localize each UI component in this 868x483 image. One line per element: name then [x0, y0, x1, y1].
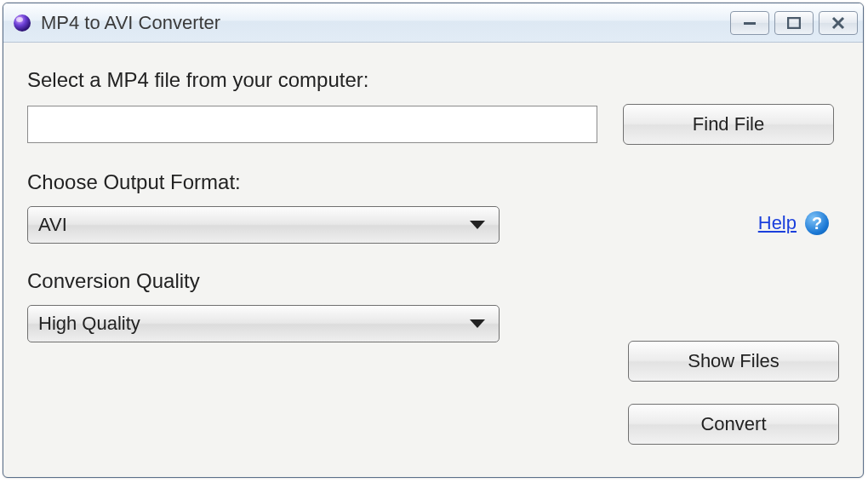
convert-button[interactable]: Convert — [628, 404, 839, 445]
help-link[interactable]: Help — [758, 212, 797, 234]
content-area: Select a MP4 file from your computer: Fi… — [3, 43, 863, 477]
show-files-button[interactable]: Show Files — [628, 341, 839, 382]
svg-point-0 — [14, 14, 31, 32]
file-select-section: Select a MP4 file from your computer: Fi… — [27, 68, 839, 145]
format-dropdown[interactable]: AVI — [27, 206, 500, 244]
quality-label: Conversion Quality — [27, 269, 839, 293]
svg-point-1 — [16, 17, 23, 22]
help-icon[interactable]: ? — [805, 211, 829, 235]
titlebar: MP4 to AVI Converter — [3, 3, 863, 43]
window-controls — [730, 11, 858, 35]
file-path-input[interactable] — [27, 106, 597, 143]
minimize-button[interactable] — [730, 11, 769, 35]
close-icon — [831, 16, 845, 30]
svg-rect-2 — [744, 22, 756, 25]
app-window: MP4 to AVI Converter Select a MP4 file f… — [3, 3, 864, 478]
maximize-button[interactable] — [774, 11, 814, 35]
action-buttons: Show Files Convert — [628, 341, 839, 445]
find-file-button[interactable]: Find File — [623, 104, 834, 145]
quality-dropdown[interactable]: High Quality — [27, 305, 500, 342]
svg-rect-3 — [788, 18, 800, 28]
app-icon — [12, 13, 32, 33]
chevron-down-icon — [470, 221, 485, 229]
quality-selected-value: High Quality — [38, 313, 140, 335]
minimize-icon — [742, 19, 757, 27]
close-button[interactable] — [819, 11, 858, 35]
format-selected-value: AVI — [38, 214, 67, 236]
file-select-label: Select a MP4 file from your computer: — [27, 68, 839, 92]
chevron-down-icon — [470, 319, 485, 328]
window-title: MP4 to AVI Converter — [41, 12, 730, 34]
maximize-icon — [787, 17, 801, 29]
quality-section: Conversion Quality High Quality — [27, 269, 839, 342]
format-section: Choose Output Format: AVI — [27, 170, 839, 244]
format-label: Choose Output Format: — [27, 170, 839, 194]
help-area: Help ? — [758, 211, 829, 235]
